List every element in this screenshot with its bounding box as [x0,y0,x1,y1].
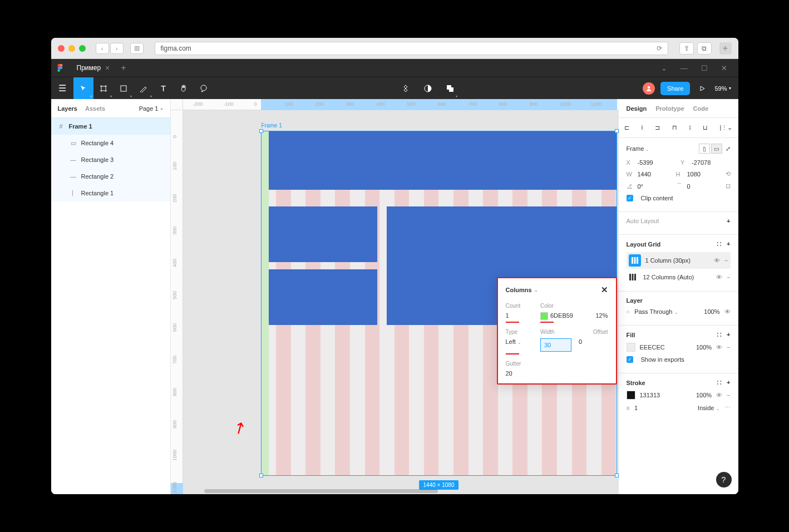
visibility-icon[interactable]: 👁 [714,257,720,264]
selection-handle[interactable] [259,474,263,477]
color-value[interactable]: 6DEB59 [540,312,573,320]
grid-styles-icon[interactable]: ⸬ [717,240,721,248]
w-value[interactable]: 1440 [638,171,672,178]
url-bar[interactable]: figma.com ⟳ [155,42,668,55]
width-input[interactable]: 30 [540,338,571,352]
add-icon[interactable]: + [727,331,730,338]
show-in-exports-row[interactable]: ✓ Show in exports [627,356,731,363]
layer-frame[interactable]: # Frame 1 [51,118,170,135]
portrait-icon[interactable]: ▯ [699,144,710,154]
add-icon[interactable]: + [727,218,730,224]
visibility-icon[interactable]: 👁 [716,392,722,398]
x-value[interactable]: -5399 [638,159,677,166]
scrollbar-horizontal[interactable] [204,489,438,493]
maximize-window-icon[interactable] [79,45,86,52]
page-selector[interactable]: Page 1 ⌄ [139,105,164,112]
stroke-swatch[interactable] [627,391,635,400]
visibility-icon[interactable]: 👁 [716,344,722,351]
components-icon[interactable] [397,77,415,100]
share-icon[interactable]: ⇪ [679,42,694,55]
close-window-icon[interactable] [58,45,65,52]
win-maximize-icon[interactable]: ☐ [699,64,709,72]
zoom-display[interactable]: 59% ▾ [714,85,731,92]
stroke-hex[interactable]: 131313 [640,392,660,398]
forward-button[interactable]: › [110,43,124,54]
add-icon[interactable]: + [727,379,730,386]
stroke-position[interactable]: Inside ⌄ [698,405,719,411]
blend-mode[interactable]: Pass Through ⌄ [634,308,678,315]
pen-tool-icon[interactable]: ▾ [134,77,154,100]
type-value[interactable]: Left ⌄ [506,338,535,352]
add-tab-button[interactable]: + [115,63,131,73]
align-center-v-icon[interactable]: ⫱ [689,124,691,131]
more-icon[interactable]: ⋯ [724,404,731,411]
win-minimize-icon[interactable]: ― [679,64,689,72]
stroke-opacity[interactable]: 100% [696,392,712,398]
visibility-icon[interactable]: 👁 [724,308,731,315]
back-button[interactable]: ‹ [96,43,109,54]
reload-icon[interactable]: ⟳ [657,45,662,52]
distribute-icon[interactable]: |⋮⌄ [720,124,733,131]
remove-icon[interactable]: − [724,257,728,264]
y-value[interactable]: -27078 [692,159,731,166]
align-bottom-icon[interactable]: ⊔ [703,124,708,131]
layout-grid-item[interactable]: 12 Columns (Auto) 👁 − [627,269,731,285]
offset-value[interactable]: 0 [579,338,608,352]
move-tool-icon[interactable]: ▾ [73,77,93,100]
selection-handle[interactable] [615,474,619,477]
tab-design[interactable]: Design [627,105,647,112]
tab-prototype[interactable]: Prototype [655,105,684,112]
help-button[interactable]: ? [716,472,732,487]
minimize-window-icon[interactable] [68,45,75,52]
align-left-icon[interactable]: ⊏ [624,124,629,131]
chevron-down-icon[interactable]: ⌄ [659,64,669,72]
layer-item[interactable]: ▭ Rectangle 4 [51,135,170,151]
hamburger-menu-icon[interactable]: ☰ [51,77,73,100]
landscape-icon[interactable]: ▭ [711,144,722,154]
fill-opacity[interactable]: 100% [696,344,712,351]
rectangle[interactable] [269,269,377,325]
user-avatar[interactable] [643,82,655,95]
link-icon[interactable]: ⟲ [726,170,731,178]
stroke-weight[interactable]: 1 [634,405,638,411]
tab-code[interactable]: Code [693,105,709,112]
layer-item[interactable]: — Rectangle 1 [51,185,170,201]
new-tab-button[interactable]: + [719,42,732,55]
clip-content-row[interactable]: ✓ Clip content [627,195,731,201]
shape-tool-icon[interactable]: ▾ [114,77,134,100]
count-value[interactable]: 1 [506,312,535,320]
layer-item[interactable]: — Rectangle 2 [51,168,170,185]
close-tab-icon[interactable]: × [105,63,110,72]
tab-assets[interactable]: Assets [85,105,105,112]
fill-swatch[interactable] [627,343,635,352]
rotation-value[interactable]: 0° [638,183,672,190]
color-opacity[interactable]: 12% [579,312,608,320]
hand-tool-icon[interactable] [174,77,194,100]
opacity-value[interactable]: 100% [704,308,719,315]
boolean-icon[interactable]: ▾ [441,77,459,100]
text-tool-icon[interactable]: T [154,77,174,100]
selection-handle[interactable] [615,129,619,133]
styles-icon[interactable]: ⸬ [717,331,721,338]
styles-icon[interactable]: ⸬ [717,379,721,386]
layout-grid-item[interactable]: 1 Column (30px) 👁 − [627,252,731,269]
figma-logo-icon[interactable] [56,63,65,72]
popup-title[interactable]: Columns ⌄ [506,287,538,293]
add-icon[interactable]: + [727,240,730,248]
frame-tool-icon[interactable]: ▾ [93,77,114,100]
rectangle[interactable] [269,131,617,190]
layer-item[interactable]: — Rectangle 3 [51,151,170,168]
frame-label[interactable]: Frame 1 [262,122,282,129]
gutter-value[interactable]: 20 [506,370,608,377]
visibility-icon[interactable]: 👁 [716,274,722,280]
h-value[interactable]: 1080 [687,171,721,178]
rectangle[interactable] [269,206,377,262]
present-icon[interactable] [696,77,709,100]
selection-handle[interactable] [259,129,263,133]
remove-icon[interactable]: − [727,392,730,398]
win-close-icon[interactable]: ✕ [719,64,729,72]
share-button[interactable]: Share [660,82,690,95]
fill-hex[interactable]: EEECEC [640,344,665,351]
mask-icon[interactable] [419,77,437,100]
independent-corners-icon[interactable]: ⊡ [726,183,731,190]
